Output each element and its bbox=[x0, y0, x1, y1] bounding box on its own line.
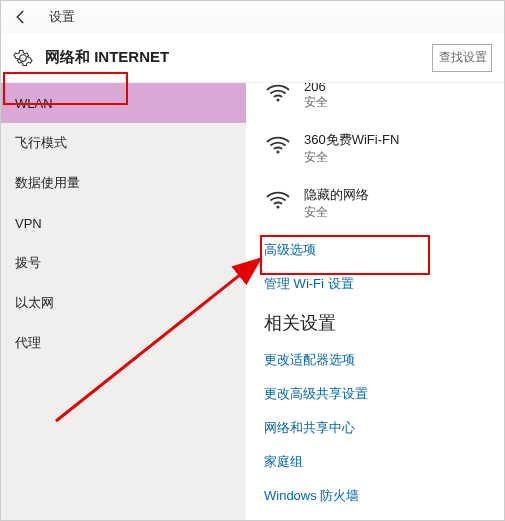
back-button[interactable] bbox=[9, 5, 33, 29]
svg-point-0 bbox=[276, 98, 279, 101]
page-title: 网络和 INTERNET bbox=[45, 48, 169, 67]
sidebar-item-proxy[interactable]: 代理 bbox=[1, 323, 246, 363]
svg-point-2 bbox=[276, 205, 279, 208]
advanced-options-link[interactable]: 高级选项 bbox=[264, 241, 504, 259]
settings-window: 设置 网络和 INTERNET 查找设置 WLAN 飞行模式 数据使用量 VPN bbox=[0, 0, 505, 521]
related-link-firewall[interactable]: Windows 防火墙 bbox=[264, 487, 504, 505]
wifi-network-row[interactable]: 360免费WiFi-FN 安全 bbox=[264, 131, 504, 166]
related-settings-title: 相关设置 bbox=[264, 311, 504, 335]
wifi-network-row[interactable]: 隐藏的网络 安全 bbox=[264, 186, 504, 221]
wifi-name: 206 bbox=[304, 83, 328, 94]
gear-icon bbox=[13, 48, 33, 68]
sidebar: WLAN 飞行模式 数据使用量 VPN 拨号 以太网 代理 bbox=[1, 83, 246, 520]
wifi-status: 安全 bbox=[304, 94, 328, 111]
search-placeholder: 查找设置 bbox=[439, 49, 487, 66]
titlebar: 设置 bbox=[1, 1, 504, 33]
sidebar-item-label: 数据使用量 bbox=[15, 174, 80, 192]
wifi-status: 安全 bbox=[304, 149, 399, 166]
window-title: 设置 bbox=[49, 8, 75, 26]
wifi-name: 360免费WiFi-FN bbox=[304, 131, 399, 149]
sidebar-item-label: 拨号 bbox=[15, 254, 41, 272]
body: WLAN 飞行模式 数据使用量 VPN 拨号 以太网 代理 bbox=[1, 83, 504, 520]
sidebar-item-vpn[interactable]: VPN bbox=[1, 203, 246, 243]
sidebar-item-label: 代理 bbox=[15, 334, 41, 352]
sidebar-item-ethernet[interactable]: 以太网 bbox=[1, 283, 246, 323]
arrow-left-icon bbox=[12, 8, 30, 26]
svg-point-1 bbox=[276, 150, 279, 153]
related-link-network-center[interactable]: 网络和共享中心 bbox=[264, 419, 504, 437]
wifi-icon bbox=[264, 83, 292, 107]
sidebar-item-wlan[interactable]: WLAN bbox=[1, 83, 246, 123]
header: 网络和 INTERNET 查找设置 bbox=[1, 33, 504, 83]
content-pane: 206 安全 360免费WiFi-FN 安全 bbox=[246, 83, 504, 520]
related-link-adapter[interactable]: 更改适配器选项 bbox=[264, 351, 504, 369]
sidebar-item-label: WLAN bbox=[15, 96, 53, 111]
sidebar-item-airplane[interactable]: 飞行模式 bbox=[1, 123, 246, 163]
header-left: 网络和 INTERNET bbox=[13, 48, 169, 68]
wifi-network-row[interactable]: 206 安全 bbox=[264, 83, 504, 111]
related-link-sharing[interactable]: 更改高级共享设置 bbox=[264, 385, 504, 403]
wifi-status: 安全 bbox=[304, 204, 369, 221]
wifi-icon bbox=[264, 131, 292, 159]
wifi-icon bbox=[264, 186, 292, 214]
related-link-homegroup[interactable]: 家庭组 bbox=[264, 453, 504, 471]
sidebar-item-label: VPN bbox=[15, 216, 42, 231]
wifi-name: 隐藏的网络 bbox=[304, 186, 369, 204]
sidebar-item-dialup[interactable]: 拨号 bbox=[1, 243, 246, 283]
sidebar-item-label: 以太网 bbox=[15, 294, 54, 312]
search-input[interactable]: 查找设置 bbox=[432, 44, 492, 72]
manage-wifi-settings-link[interactable]: 管理 Wi-Fi 设置 bbox=[264, 275, 504, 293]
sidebar-item-label: 飞行模式 bbox=[15, 134, 67, 152]
sidebar-item-data-usage[interactable]: 数据使用量 bbox=[1, 163, 246, 203]
